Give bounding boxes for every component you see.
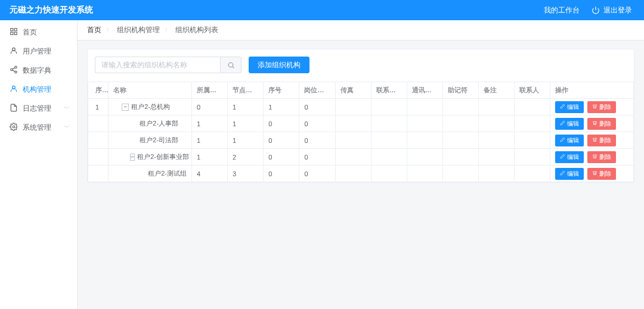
search-icon: [227, 61, 235, 69]
cell-seq: 1: [88, 99, 109, 116]
breadcrumb-item[interactable]: 首页: [87, 25, 101, 35]
header-logout-label: 退出登录: [603, 5, 632, 15]
table-row: 租户2-测试组4300编辑删除: [88, 166, 634, 182]
search-input[interactable]: [95, 57, 220, 73]
trash-icon: [592, 137, 597, 143]
org-name: 租户2-司法部: [140, 136, 178, 145]
add-org-button[interactable]: 添加组织机构: [249, 57, 309, 73]
sidebar-item-0[interactable]: 首页: [0, 23, 77, 42]
cell-actions: 编辑删除: [550, 149, 634, 166]
cell-parent: 0: [191, 99, 227, 116]
cell-order: 0: [264, 166, 299, 182]
cell-remark: [479, 132, 515, 149]
share-icon: [10, 65, 18, 76]
search-button[interactable]: [220, 57, 242, 73]
header-workbench-link[interactable]: 我的工作台: [544, 5, 580, 15]
user-icon: [10, 46, 18, 57]
cell-post: 0: [299, 116, 335, 132]
cell-seq: [88, 116, 109, 132]
cell-contact: [515, 132, 550, 149]
table-header-cell: 联系人: [515, 82, 550, 99]
cell-type: 1: [228, 99, 264, 116]
cell-post: 0: [299, 132, 335, 149]
edit-icon: [560, 104, 565, 110]
sidebar-item-2[interactable]: 数据字典: [0, 61, 77, 80]
org-name: 租户2-测试组: [148, 169, 187, 178]
cell-phone: [371, 166, 407, 182]
edit-icon: [560, 120, 565, 127]
org-name: 租户2-人事部: [140, 119, 178, 128]
delete-label: 删除: [599, 103, 611, 111]
cell-actions: 编辑删除: [550, 166, 634, 182]
tree-toggle-icon[interactable]: −: [122, 104, 129, 111]
sidebar-item-4[interactable]: 日志管理﹀: [0, 99, 77, 118]
chevron-down-icon: ﹀: [64, 123, 70, 132]
cell-type: 2: [228, 149, 264, 166]
cell-fax: [335, 116, 371, 132]
cell-addr: [407, 166, 442, 182]
cell-phone: [371, 132, 407, 149]
app-title: 元磁之力快速开发系统: [10, 5, 93, 15]
org-name: 租户2-总机构: [131, 102, 170, 111]
cell-actions: 编辑删除: [550, 132, 634, 149]
cell-addr: [407, 99, 442, 116]
cell-parent: 1: [191, 149, 227, 166]
gear-icon: [10, 123, 18, 133]
cell-mnemonic: [442, 99, 478, 116]
svg-point-11: [13, 86, 16, 89]
edit-button[interactable]: 编辑: [555, 151, 584, 163]
delete-button[interactable]: 删除: [587, 151, 616, 163]
cell-name: −租户2-创新事业部: [109, 149, 192, 166]
edit-label: 编辑: [567, 120, 579, 128]
table-header-cell: 序号: [88, 82, 109, 99]
sidebar-item-label: 用户管理: [23, 46, 51, 57]
sidebar-item-1[interactable]: 用户管理: [0, 42, 77, 61]
table-header-cell: 备注: [479, 82, 515, 99]
app-header: 元磁之力快速开发系统 我的工作台 退出登录: [0, 0, 644, 20]
table-row: −租户2-创新事业部1200编辑删除: [88, 149, 634, 166]
svg-point-5: [13, 48, 16, 51]
edit-icon: [560, 154, 565, 160]
sidebar-item-5[interactable]: 系统管理﹀: [0, 118, 77, 137]
svg-rect-4: [14, 32, 17, 35]
edit-button[interactable]: 编辑: [555, 168, 584, 180]
cell-contact: [515, 99, 550, 116]
cell-fax: [335, 149, 371, 166]
svg-point-12: [13, 126, 15, 128]
cell-fax: [335, 132, 371, 149]
edit-button[interactable]: 编辑: [555, 118, 584, 130]
content-card: 添加组织机构 序号名称所属上级节点类型序号岗位编号传真联系电话通讯地址助记符备注…: [87, 49, 634, 183]
cell-remark: [479, 149, 515, 166]
cell-order: 0: [264, 132, 299, 149]
tree-toggle-icon[interactable]: −: [130, 154, 135, 161]
table-header-cell: 岗位编号: [299, 82, 335, 99]
grid-icon: [10, 27, 18, 38]
edit-button[interactable]: 编辑: [555, 101, 584, 113]
breadcrumb-item[interactable]: 组织机构管理: [117, 25, 160, 35]
cell-name: −租户2-总机构: [109, 99, 192, 116]
cell-type: 1: [228, 116, 264, 132]
cell-mnemonic: [442, 116, 478, 132]
trash-icon: [592, 104, 597, 110]
edit-button[interactable]: 编辑: [555, 135, 584, 146]
header-logout-link[interactable]: 退出登录: [592, 5, 632, 15]
delete-button[interactable]: 删除: [587, 168, 616, 180]
chevron-right-icon: 〉: [106, 26, 112, 35]
svg-line-10: [13, 70, 15, 71]
sidebar-item-3[interactable]: 机构管理: [0, 80, 77, 99]
table-header-cell: 操作: [550, 82, 634, 99]
delete-button[interactable]: 删除: [587, 118, 616, 130]
cell-contact: [515, 149, 550, 166]
delete-button[interactable]: 删除: [587, 135, 616, 146]
table-header-cell: 节点类型: [228, 82, 264, 99]
cell-order: 0: [264, 116, 299, 132]
cell-mnemonic: [442, 132, 478, 149]
delete-button[interactable]: 删除: [587, 101, 616, 113]
cell-contact: [515, 116, 550, 132]
delete-label: 删除: [599, 136, 611, 145]
cell-order: 0: [264, 149, 299, 166]
org-table: 序号名称所属上级节点类型序号岗位编号传真联系电话通讯地址助记符备注联系人操作 1…: [88, 82, 634, 182]
cell-remark: [479, 116, 515, 132]
cell-parent: 1: [191, 116, 227, 132]
cell-contact: [515, 166, 550, 182]
